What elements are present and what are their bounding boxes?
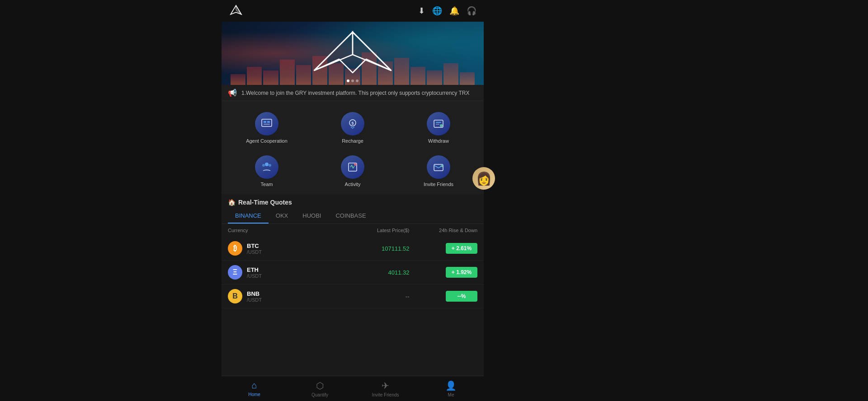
svg-point-15	[265, 163, 269, 166]
bottom-nav: ⌂ Home ⬡ Quantify ✈ Invite Friends 👤 Me	[222, 376, 484, 401]
header-icons: ⬇ 🌐 🔔 🎧	[418, 6, 476, 16]
quantify-nav-icon: ⬡	[316, 380, 324, 391]
btc-info: ₿ BTC /USDT	[228, 241, 319, 256]
eth-symbol: ETH	[247, 266, 262, 273]
svg-marker-4	[314, 32, 353, 70]
nav-me[interactable]: 👤 Me	[418, 376, 484, 401]
bell-icon[interactable]: 🔔	[449, 6, 459, 16]
activity-icon-wrap	[341, 155, 364, 179]
btc-badge: + 2.61%	[446, 243, 477, 254]
logo-area	[229, 4, 243, 18]
banner-dots	[347, 79, 359, 82]
nav-invite[interactable]: ✈ Invite Friends	[353, 376, 418, 401]
crypto-row-eth[interactable]: Ξ ETH /USDT 4011.32 + 1.92%	[222, 261, 484, 284]
svg-rect-8	[264, 124, 270, 125]
withdraw-icon	[432, 117, 445, 130]
bnb-price: --	[319, 293, 410, 300]
crypto-row-bnb[interactable]: B BNB /USDT -- --%	[222, 284, 484, 308]
bnb-name-wrap: BNB /USDT	[247, 290, 262, 303]
agent-cooperation-icon-wrap	[255, 112, 278, 135]
banner-dot-1[interactable]	[347, 79, 349, 82]
action-withdraw[interactable]: Withdraw	[398, 108, 479, 147]
gryphon-logo-icon	[229, 4, 243, 18]
team-label: Team	[261, 182, 273, 187]
svg-text:$: $	[351, 121, 354, 126]
banner-triangle-logo	[307, 30, 398, 77]
avatar-emoji: 👩	[476, 171, 492, 186]
tab-huobi[interactable]: HUOBI	[295, 209, 328, 224]
action-invite-friends[interactable]: Invite Friends	[398, 152, 479, 191]
invite-nav-label: Invite Friends	[372, 392, 399, 397]
sidebar-right: 👩	[484, 0, 868, 401]
announce-text: 1.Welcome to join the GRY investment pla…	[241, 90, 469, 96]
btc-change-badge: + 2.61%	[409, 243, 477, 254]
invite-friends-label: Invite Friends	[424, 182, 453, 187]
download-icon[interactable]: ⬇	[418, 6, 425, 16]
quotes-header: 🏠 Real-Time Quotes	[222, 194, 484, 209]
svg-point-14	[440, 124, 443, 127]
banner	[222, 22, 484, 85]
nav-quantify[interactable]: ⬡ Quantify	[287, 376, 353, 401]
table-header: Currency Latest Price($) 24h Rise & Down	[222, 224, 484, 237]
tab-binance[interactable]: BINANCE	[228, 209, 269, 224]
recharge-icon: $	[346, 117, 359, 130]
tab-okx[interactable]: OKX	[269, 209, 295, 224]
eth-price: 4011.32	[319, 269, 410, 276]
eth-badge: + 1.92%	[446, 267, 477, 278]
activity-label: Activity	[345, 182, 361, 187]
eth-change-badge: + 1.92%	[409, 267, 477, 278]
bnb-badge: --%	[446, 291, 477, 302]
col-header-price: Latest Price($)	[319, 228, 410, 233]
home-nav-label: Home	[248, 392, 260, 397]
page-wrapper: ⬇ 🌐 🔔 🎧	[0, 0, 868, 401]
svg-rect-11	[434, 120, 443, 127]
avatar-bubble[interactable]: 👩	[472, 167, 495, 190]
announce-icon: 📢	[228, 89, 237, 97]
svg-rect-6	[264, 121, 266, 123]
header: ⬇ 🌐 🔔 🎧	[222, 0, 484, 22]
svg-rect-20	[434, 164, 443, 171]
announcement-bar: 📢 1.Welcome to join the GRY investment p…	[222, 85, 484, 101]
me-nav-label: Me	[448, 392, 454, 397]
headset-icon[interactable]: 🎧	[467, 6, 476, 16]
btc-name-wrap: BTC /USDT	[247, 242, 262, 255]
recharge-icon-wrap: $	[341, 112, 364, 135]
svg-rect-13	[436, 124, 439, 125]
withdraw-icon-wrap	[427, 112, 450, 135]
btc-pair: /USDT	[247, 249, 262, 255]
action-agent-cooperation[interactable]: Agent Cooperation	[226, 108, 307, 147]
agent-cooperation-icon	[260, 117, 273, 130]
tab-coinbase[interactable]: COINBASE	[328, 209, 373, 224]
quick-actions: Agent Cooperation $ Recharge	[222, 101, 484, 194]
svg-rect-12	[436, 122, 441, 123]
banner-dot-3[interactable]	[356, 79, 359, 82]
quotes-section: 🏠 Real-Time Quotes BINANCE OKX HUOBI COI…	[222, 194, 484, 376]
withdraw-label: Withdraw	[428, 138, 449, 144]
svg-point-19	[354, 163, 357, 166]
svg-rect-7	[267, 121, 270, 123]
action-team[interactable]: Team	[226, 152, 307, 191]
globe-icon[interactable]: 🌐	[432, 6, 442, 16]
bnb-symbol: BNB	[247, 290, 262, 297]
btc-symbol: BTC	[247, 242, 262, 249]
invite-nav-icon: ✈	[382, 380, 389, 391]
invite-friends-icon-wrap	[427, 155, 450, 179]
house-icon: 🏠	[228, 199, 236, 206]
svg-point-16	[262, 164, 265, 167]
team-icon	[260, 161, 273, 173]
agent-cooperation-label: Agent Cooperation	[246, 138, 288, 144]
activity-icon	[346, 161, 359, 173]
eth-pair: /USDT	[247, 273, 262, 279]
quotes-title: Real-Time Quotes	[238, 199, 292, 206]
crypto-row-btc[interactable]: ₿ BTC /USDT 107111.52 + 2.61%	[222, 237, 484, 261]
btc-logo: ₿	[228, 241, 242, 256]
action-grid: Agent Cooperation $ Recharge	[226, 108, 479, 191]
action-activity[interactable]: Activity	[312, 152, 393, 191]
quantify-nav-label: Quantify	[311, 392, 328, 397]
action-recharge[interactable]: $ Recharge	[312, 108, 393, 147]
invite-friends-icon	[432, 161, 445, 173]
banner-dot-2[interactable]	[351, 79, 354, 82]
svg-point-9	[349, 120, 356, 126]
eth-info: Ξ ETH /USDT	[228, 265, 319, 280]
nav-home[interactable]: ⌂ Home	[222, 376, 287, 401]
